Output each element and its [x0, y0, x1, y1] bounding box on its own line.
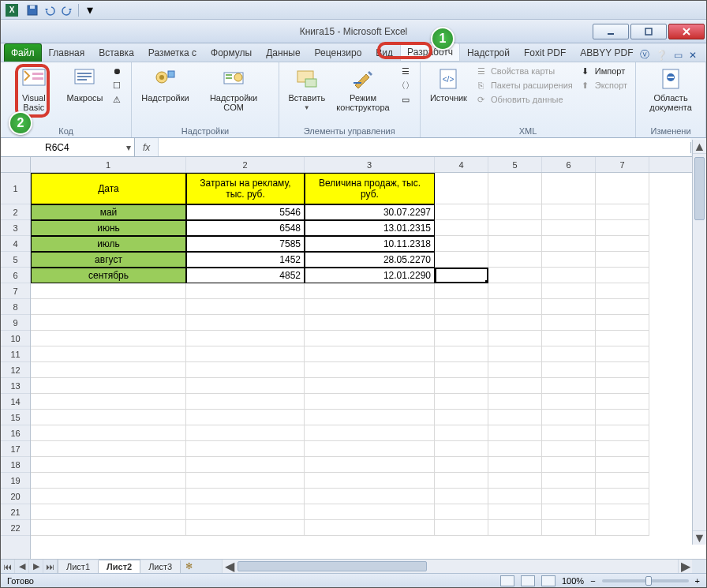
cell[interactable] — [488, 473, 542, 489]
maximize-button[interactable] — [630, 24, 667, 39]
cell[interactable] — [596, 378, 649, 394]
cell[interactable]: 12.01.2290 — [305, 268, 435, 283]
tab-addins[interactable]: Надстрой — [460, 43, 517, 62]
cell[interactable] — [186, 504, 305, 520]
macro-security-button[interactable]: ⚠ — [110, 93, 123, 106]
cell[interactable] — [435, 504, 488, 520]
scroll-left-icon[interactable]: ◀ — [222, 560, 236, 573]
tab-data[interactable]: Данные — [259, 43, 307, 62]
cell[interactable] — [435, 283, 488, 299]
cell[interactable] — [542, 346, 596, 362]
row-header[interactable]: 10 — [1, 331, 30, 346]
xml-import-button[interactable]: ⬇Импорт — [579, 65, 627, 77]
cell[interactable] — [488, 362, 542, 378]
cell[interactable]: 1452 — [186, 252, 305, 268]
cell[interactable] — [435, 473, 488, 489]
cell[interactable] — [305, 457, 435, 473]
cell[interactable]: 6548 — [186, 220, 305, 236]
tab-formulas[interactable]: Формулы — [204, 43, 259, 62]
tab-review[interactable]: Рецензиро — [308, 43, 369, 62]
fx-label[interactable]: fx — [135, 138, 159, 156]
tab-file[interactable]: Файл — [4, 43, 42, 62]
row-header[interactable]: 13 — [1, 378, 30, 394]
run-dialog-button[interactable]: ▭ — [399, 93, 412, 106]
cell[interactable] — [488, 252, 542, 268]
cell[interactable] — [186, 394, 305, 410]
scroll-thumb[interactable] — [694, 157, 705, 220]
cell[interactable] — [488, 346, 542, 362]
col-header[interactable]: 6 — [542, 157, 596, 172]
cell[interactable] — [305, 346, 435, 362]
cell[interactable] — [596, 346, 649, 362]
cell[interactable] — [542, 268, 596, 283]
cell[interactable] — [488, 299, 542, 315]
cell[interactable] — [186, 315, 305, 331]
cell[interactable] — [305, 283, 435, 299]
cell[interactable] — [31, 346, 186, 362]
cell[interactable] — [186, 457, 305, 473]
cell[interactable] — [31, 362, 186, 378]
sheet-tab-active[interactable]: Лист2 — [99, 560, 140, 573]
row-header[interactable]: 14 — [1, 394, 30, 410]
cell[interactable] — [596, 252, 649, 268]
active-cell[interactable] — [435, 268, 488, 283]
cell[interactable] — [542, 204, 596, 220]
map-properties-button[interactable]: ☰Свойства карты — [475, 65, 573, 77]
tab-nav-last-icon[interactable]: ⏭ — [43, 560, 58, 574]
sheet-tab[interactable]: Лист3 — [140, 560, 181, 573]
cell[interactable] — [435, 425, 488, 441]
cell[interactable] — [542, 441, 596, 457]
cell[interactable] — [31, 378, 186, 394]
undo-icon[interactable] — [43, 4, 56, 17]
cell[interactable] — [31, 410, 186, 425]
cell[interactable] — [596, 173, 649, 204]
horizontal-scrollbar[interactable]: ◀ ▶ — [222, 559, 692, 573]
cell[interactable] — [31, 520, 186, 536]
col-header[interactable]: 1 — [31, 157, 186, 172]
cell[interactable] — [488, 283, 542, 299]
xml-source-button[interactable]: </> Источник — [428, 65, 469, 104]
cell[interactable]: 7585 — [186, 236, 305, 252]
document-panel-button[interactable]: Область документа — [644, 65, 698, 114]
cell[interactable] — [596, 489, 649, 504]
cell[interactable] — [542, 504, 596, 520]
cell[interactable] — [542, 394, 596, 410]
row-header[interactable]: 15 — [1, 410, 30, 425]
cell[interactable] — [596, 331, 649, 346]
zoom-in-button[interactable]: + — [695, 576, 700, 586]
cell[interactable] — [596, 299, 649, 315]
cell[interactable] — [435, 220, 488, 236]
zoom-out-button[interactable]: − — [590, 576, 595, 586]
cell[interactable] — [542, 378, 596, 394]
vertical-scrollbar[interactable]: ▲ ▼ — [692, 140, 706, 545]
cell[interactable] — [435, 520, 488, 536]
cell[interactable] — [186, 473, 305, 489]
cell[interactable] — [488, 236, 542, 252]
col-header[interactable]: 5 — [488, 157, 542, 172]
com-addins-button[interactable]: Надстройки COM — [197, 65, 271, 114]
cell[interactable] — [488, 204, 542, 220]
tab-nav-prev-icon[interactable]: ◀ — [15, 560, 29, 574]
row-header[interactable]: 1 — [1, 173, 30, 204]
macros-button[interactable]: Макросы — [65, 65, 105, 104]
view-normal-button[interactable] — [500, 575, 514, 586]
cell[interactable] — [542, 331, 596, 346]
cell[interactable] — [596, 425, 649, 441]
col-header[interactable]: 7 — [596, 157, 649, 172]
redo-icon[interactable] — [61, 4, 73, 17]
cell[interactable] — [596, 410, 649, 425]
row-header[interactable]: 20 — [1, 489, 30, 504]
cell[interactable] — [435, 204, 488, 220]
cell[interactable] — [435, 315, 488, 331]
col-header[interactable]: 3 — [305, 157, 435, 172]
zoom-slider[interactable] — [602, 579, 689, 582]
qat-more-icon[interactable]: ▾ — [84, 4, 96, 17]
cell[interactable] — [31, 394, 186, 410]
row-header[interactable]: 6 — [1, 268, 30, 283]
cell[interactable] — [488, 441, 542, 457]
scroll-right-icon[interactable]: ▶ — [678, 560, 692, 573]
insert-control-button[interactable]: Вставить ▼ — [287, 65, 327, 113]
grid[interactable]: Дата Затраты на рекламу, тыс. руб. Велич… — [31, 173, 706, 536]
cell[interactable] — [305, 299, 435, 315]
cell[interactable] — [186, 362, 305, 378]
